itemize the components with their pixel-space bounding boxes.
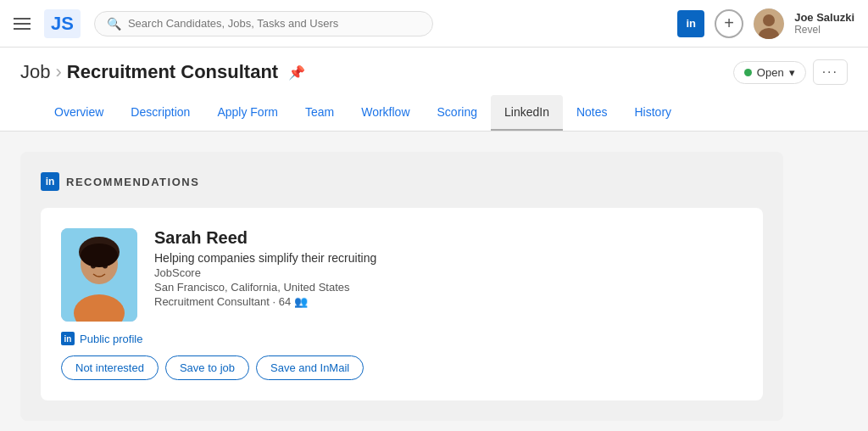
menu-icon[interactable] bbox=[14, 18, 31, 30]
tab-history[interactable]: History bbox=[621, 95, 686, 131]
tab-workflow[interactable]: Workflow bbox=[348, 95, 423, 131]
tab-apply-form[interactable]: Apply Form bbox=[203, 95, 292, 131]
tab-team[interactable]: Team bbox=[292, 95, 348, 131]
search-input[interactable] bbox=[128, 17, 420, 30]
svg-point-1 bbox=[763, 14, 775, 26]
status-badge[interactable]: Open ▾ bbox=[733, 61, 806, 84]
linkedin-small-icon: in bbox=[61, 332, 75, 345]
header-right: in + Joe Saluzki Revel bbox=[677, 8, 854, 39]
tab-notes[interactable]: Notes bbox=[563, 95, 621, 131]
avatar bbox=[754, 8, 784, 39]
chevron-down-icon: ▾ bbox=[789, 66, 795, 79]
breadcrumb-separator: › bbox=[55, 61, 61, 83]
search-icon: 🔍 bbox=[107, 17, 121, 31]
linkedin-button[interactable]: in bbox=[677, 10, 704, 37]
tab-description[interactable]: Description bbox=[117, 95, 203, 131]
breadcrumb-row: Job › Recruitment Consultant 📌 Open ▾ ··… bbox=[20, 59, 848, 95]
candidate-headline: Helping companies simplify their recruit… bbox=[154, 251, 743, 265]
candidate-company: JobScore bbox=[154, 266, 743, 279]
candidate-card: Sarah Reed Helping companies simplify th… bbox=[41, 208, 763, 400]
svg-point-10 bbox=[81, 243, 118, 267]
candidate-top: Sarah Reed Helping companies simplify th… bbox=[61, 228, 743, 322]
public-profile-link[interactable]: in Public profile bbox=[61, 332, 743, 345]
user-company: Revel bbox=[794, 24, 854, 36]
breadcrumb-parent: Job bbox=[20, 61, 50, 83]
breadcrumb-current: Recruitment Consultant bbox=[67, 61, 278, 83]
breadcrumb: Job › Recruitment Consultant 📌 bbox=[20, 61, 305, 83]
candidate-location: San Francisco, California, United States bbox=[154, 281, 743, 294]
app-logo: JS bbox=[44, 9, 81, 38]
recommendations-header: in RECOMMENDATIONS bbox=[41, 172, 763, 191]
pin-icon: 📌 bbox=[288, 64, 305, 81]
profile-link-label: Public profile bbox=[80, 333, 142, 345]
connections-icon: 👥 bbox=[294, 295, 308, 308]
save-and-inmail-button[interactable]: Save and InMail bbox=[256, 355, 364, 380]
tab-overview[interactable]: Overview bbox=[41, 95, 117, 131]
candidate-details: Sarah Reed Helping companies simplify th… bbox=[154, 228, 743, 322]
tab-scoring[interactable]: Scoring bbox=[424, 95, 491, 131]
save-to-job-button[interactable]: Save to job bbox=[165, 355, 249, 380]
main-content: in RECOMMENDATIONS bbox=[0, 132, 868, 431]
add-button[interactable]: + bbox=[715, 9, 743, 38]
header: JS 🔍 in + Joe Saluzki Revel bbox=[0, 0, 868, 48]
search-bar[interactable]: 🔍 bbox=[94, 11, 433, 36]
user-name: Joe Saluzki bbox=[794, 11, 854, 24]
candidate-name: Sarah Reed bbox=[154, 228, 743, 248]
user-info: Joe Saluzki Revel bbox=[794, 11, 854, 36]
more-button[interactable]: ··· bbox=[813, 59, 848, 85]
linkedin-icon: in bbox=[41, 172, 59, 191]
tabs: Overview Description Apply Form Team Wor… bbox=[20, 95, 848, 131]
recommendations-title: RECOMMENDATIONS bbox=[66, 176, 199, 188]
candidate-role: Recruitment Consultant · 64 👥 bbox=[154, 295, 743, 308]
not-interested-button[interactable]: Not interested bbox=[61, 355, 159, 380]
page-header: Job › Recruitment Consultant 📌 Open ▾ ··… bbox=[0, 48, 868, 132]
candidate-actions: Not interested Save to job Save and InMa… bbox=[61, 355, 743, 380]
status-label: Open bbox=[757, 66, 784, 79]
tab-linkedin[interactable]: LinkedIn bbox=[491, 95, 563, 131]
status-row: Open ▾ ··· bbox=[733, 59, 848, 85]
candidate-photo bbox=[61, 228, 137, 322]
recommendations-card: in RECOMMENDATIONS bbox=[20, 152, 783, 421]
status-dot bbox=[744, 69, 752, 76]
